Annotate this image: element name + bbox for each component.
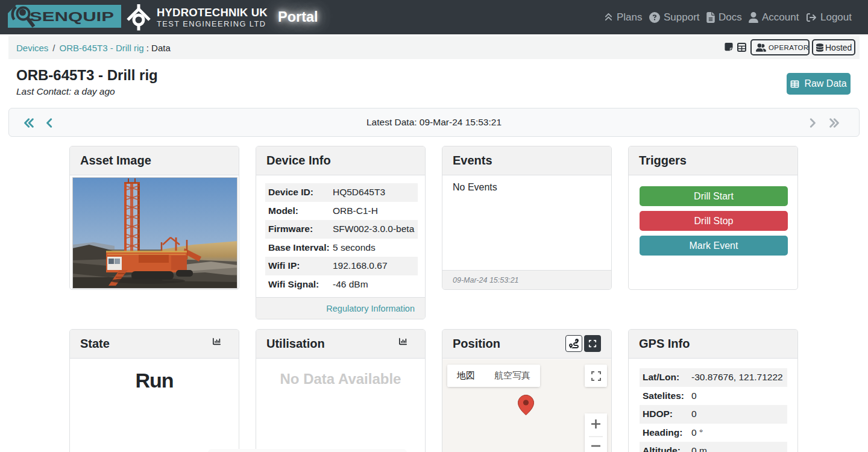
svg-text:SENQUIP: SENQUIP (30, 10, 114, 24)
